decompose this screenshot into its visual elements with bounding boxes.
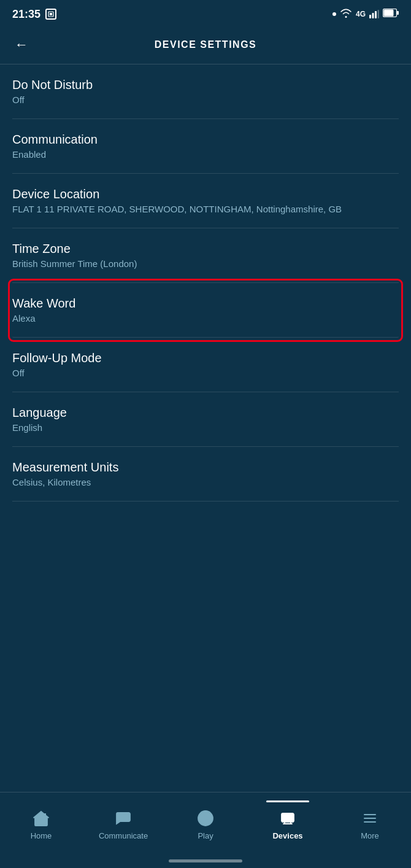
settings-item-communication[interactable]: CommunicationEnabled [12,119,399,174]
4g-label: 4G [356,10,366,18]
settings-subtitle-do-not-disturb: Off [12,95,399,105]
svg-rect-5 [378,10,380,18]
settings-item-follow-up-mode[interactable]: Follow-Up ModeOff [12,338,399,392]
nav-item-home[interactable]: Home [17,807,66,840]
settings-item-device-location[interactable]: Device LocationFLAT 1 11 PRIVATE ROAD, S… [12,174,399,228]
settings-title-time-zone: Time Zone [12,242,399,256]
status-bar: 21:35 4G [0,0,411,27]
notification-icon [45,9,56,20]
settings-item-time-zone[interactable]: Time ZoneBritish Summer Time (London) [12,228,399,283]
svg-rect-11 [44,813,46,816]
svg-rect-4 [375,11,377,18]
more-icon [361,809,379,827]
status-icons-group: 4G [332,9,399,20]
battery-icon [383,9,399,20]
settings-title-follow-up-mode: Follow-Up Mode [12,351,399,365]
svg-rect-1 [50,13,52,15]
settings-subtitle-time-zone: British Summer Time (London) [12,258,399,269]
home-indicator [169,859,242,862]
settings-list: Do Not DisturbOffCommunicationEnabledDev… [0,64,411,792]
status-time-group: 21:35 [12,8,56,21]
nav-label-play: Play [198,831,213,840]
settings-item-wake-word[interactable]: Wake WordAlexa [12,283,399,338]
settings-title-device-location: Device Location [12,187,399,201]
play-icon [196,809,215,827]
nav-label-devices: Devices [272,831,302,840]
settings-title-measurement-units: Measurement Units [12,460,399,475]
settings-subtitle-device-location: FLAT 1 11 PRIVATE ROAD, SHERWOOD, NOTTIN… [12,204,399,214]
settings-subtitle-measurement-units: Celsius, Kilometres [12,477,399,487]
wifi-icon [340,9,352,20]
svg-rect-3 [372,13,374,18]
back-button[interactable]: ← [12,34,31,55]
communicate-icon [114,809,133,827]
settings-subtitle-language: English [12,422,399,433]
settings-title-communication: Communication [12,133,399,147]
page-title: DEVICE SETTINGS [155,39,257,50]
nav-item-play[interactable]: Play [181,807,230,840]
home-indicator-area [0,853,411,868]
svg-rect-8 [384,10,394,17]
settings-item-measurement-units[interactable]: Measurement UnitsCelsius, Kilometres [12,447,399,502]
back-arrow-icon: ← [15,37,28,52]
devices-icon [278,809,297,827]
settings-item-do-not-disturb[interactable]: Do Not DisturbOff [12,64,399,119]
settings-subtitle-follow-up-mode: Off [12,368,399,378]
svg-rect-10 [38,821,44,826]
settings-title-do-not-disturb: Do Not Disturb [12,78,399,92]
svg-rect-7 [397,11,399,15]
nav-item-more[interactable]: More [345,807,394,840]
status-dot [332,12,336,16]
settings-subtitle-communication: Enabled [12,149,399,160]
nav-label-home: Home [31,831,52,840]
home-icon [32,809,50,827]
bottom-navigation: Home Communicate Play [0,792,411,853]
page-header: ← DEVICE SETTINGS [0,27,411,64]
settings-item-language[interactable]: LanguageEnglish [12,392,399,447]
active-tab-indicator [266,800,309,802]
clock-time: 21:35 [12,8,40,21]
nav-label-more: More [361,831,379,840]
nav-item-communicate[interactable]: Communicate [99,807,148,840]
svg-rect-2 [369,15,371,18]
nav-item-devices[interactable]: Devices [263,807,312,840]
settings-subtitle-wake-word: Alexa [12,313,399,324]
nav-label-communicate: Communicate [99,831,148,840]
signal-bars-icon [369,10,379,18]
settings-title-language: Language [12,406,399,420]
settings-title-wake-word: Wake Word [12,296,399,311]
